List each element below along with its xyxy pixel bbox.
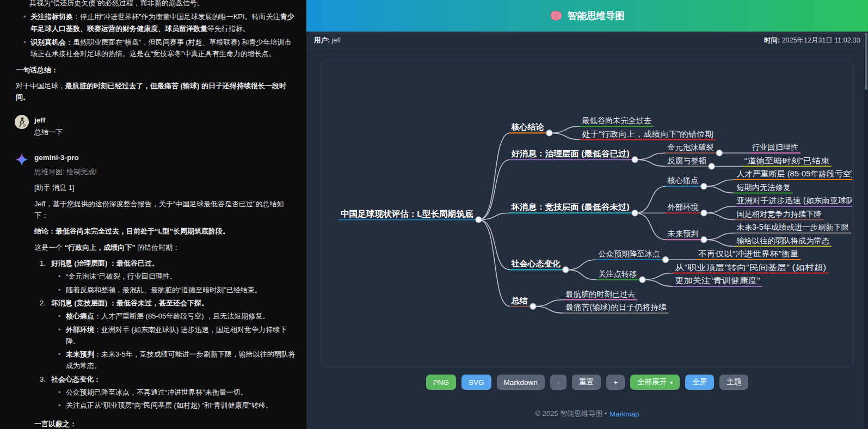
mindmap-collapse-circle[interactable] xyxy=(663,257,669,263)
mindmap-collapse-circle[interactable] xyxy=(632,157,638,163)
mindmap-node[interactable]: 反腐与整顿 xyxy=(668,156,707,165)
mindmap-node[interactable]: 最肮脏的时刻已过去 xyxy=(565,290,635,298)
reset-button[interactable]: 重置 xyxy=(572,375,601,390)
list-title: 坏消息 (竞技层面) ：最低谷未过，甚至还会下探。 xyxy=(51,299,208,307)
button-label: - xyxy=(557,378,560,387)
mindmap-link xyxy=(478,160,510,219)
mindmap-collapse-circle[interactable] xyxy=(701,183,707,189)
outro-heading: 一言以蔽之： xyxy=(34,418,298,429)
mindmap-node[interactable]: 不再仅以“冲进世界杯”衡量 xyxy=(698,249,799,258)
mindmap-link xyxy=(704,206,735,213)
mindmap-node[interactable]: 更加关注“青训健康度” xyxy=(675,276,760,285)
scrollbar-thumb[interactable] xyxy=(865,33,867,90)
mindmap-node[interactable]: 坏消息：竞技层面 (最低谷未过) xyxy=(510,203,629,211)
app-header: 智能思维导图 xyxy=(306,0,868,32)
list-item: 1. 好消息 (治理层面) ：最低谷已过。 “金元泡沫”已破裂，行业回归理性。 … xyxy=(40,258,298,296)
mindmap-link xyxy=(704,233,735,240)
chat-scroll-area[interactable]: 其视为“偿还历史欠债”的必然过程，而非新的崩盘信号。 关注指标切换：停止用“冲进… xyxy=(0,0,306,429)
theme-button[interactable]: 主题 xyxy=(719,375,748,390)
mindmap-svg[interactable]: 中国足球现状评估：L型长周期筑底核心结论最低谷尚未完全过去处于“行政向上，成绩向… xyxy=(321,59,852,367)
mindmap-node[interactable]: 行业回归理性 xyxy=(752,143,798,151)
assistant-name: gemini-3-pro xyxy=(34,152,298,164)
mindmap-node[interactable]: 短期内无法修复 xyxy=(736,183,790,192)
mindmap-collapse-circle[interactable] xyxy=(716,150,722,156)
mindmap-collapse-circle[interactable] xyxy=(546,130,552,136)
user-avatar[interactable] xyxy=(15,115,29,129)
mindmap-link xyxy=(704,186,735,193)
text-segment: 的错位时期： xyxy=(136,243,180,252)
mindmap-node[interactable]: 核心痛点 xyxy=(667,176,699,185)
mindmap-collapse-circle[interactable] xyxy=(632,210,638,216)
text-segment: 识别真机会 xyxy=(30,38,66,46)
mindmap-canvas[interactable]: 中国足球现状评估：L型长周期筑底核心结论最低谷尚未完全过去处于“行政向上，成绩向… xyxy=(321,59,854,367)
mindmap-link xyxy=(533,307,564,313)
mindmap-node[interactable]: 未来预判 xyxy=(668,229,699,238)
mindmap-collapse-circle[interactable] xyxy=(530,303,536,309)
mindmap-node[interactable]: 从“职业顶层”转向“民间基层” (如村超) xyxy=(675,263,826,272)
mindmap-node[interactable]: 核心结论 xyxy=(510,122,544,131)
text-segment: ：虽然职业层面在“横盘”，但民间赛事 (村超、草根联赛) 和青少年培训市场正在承… xyxy=(30,38,292,58)
sub-bullet-list: 核心痛点：人才严重断层 (85-05年龄段亏空) ，且无法短期修复。 外部环境：… xyxy=(58,310,298,372)
text-segment: 等先行指标。 xyxy=(207,24,250,33)
mindmap-node[interactable]: 好消息：治理层面 (最低谷已过) xyxy=(510,149,629,158)
zoom-in-button[interactable]: + xyxy=(606,375,625,390)
export-markdown-button[interactable]: Markdown xyxy=(497,375,545,390)
copyright-text: © 2025 智能思维导图 • xyxy=(535,409,607,419)
mindmap-link xyxy=(549,133,581,139)
mindmap-link xyxy=(565,269,597,279)
mindmap-panel: 智能思维导图 用户: jeff 时间: 2025年12月31日 11:02:33… xyxy=(306,0,868,429)
mindmap-node[interactable]: 外部环境 xyxy=(668,203,699,211)
user-value: jeff xyxy=(332,36,341,44)
mindmap-node[interactable]: 输给以往的弱队将成为常态 xyxy=(736,236,829,245)
bullet-list: 关注指标切换：停止用“冲进世界杯”作为衡量中国足球发展的唯一KPI。转而关注青少… xyxy=(16,11,298,59)
text-segment: ：亚洲对手 (如东南亚球队) 进步迅速，国足相对竞争力持续下降。 xyxy=(66,326,287,345)
mindmap-collapse-circle[interactable] xyxy=(701,237,707,243)
gemini-star-icon xyxy=(15,152,29,167)
mindmap-link xyxy=(704,180,735,186)
brain-icon xyxy=(550,10,563,22)
zoom-out-button[interactable]: - xyxy=(550,375,567,390)
mindmap-collapse-circle[interactable] xyxy=(701,210,707,216)
list-item: 公众预期已降至冰点，不再通过“冲进世界杯”来衡量一切。 xyxy=(58,387,298,398)
mindmap-node[interactable]: 关注点转移 xyxy=(598,269,637,278)
mindmap-node[interactable]: 最低谷尚未完全过去 xyxy=(581,116,651,125)
mindmap-node[interactable]: 金元泡沫破裂 xyxy=(668,143,714,151)
mindmap-node[interactable]: 公众预期降至冰点 xyxy=(598,249,660,258)
chevron-down-icon: ▾ xyxy=(670,379,673,385)
map-main-area: 中国足球现状评估：L型长周期筑底核心结论最低谷尚未完全过去处于“行政向上，成绩向… xyxy=(306,50,868,398)
export-svg-button[interactable]: SVG xyxy=(461,375,491,390)
text-segment: ：未来3-5年，竞技成绩可能进一步刷新下限，输给以往的弱队将成为常态。 xyxy=(66,350,296,370)
button-label: Markdown xyxy=(504,378,538,387)
mindmap-collapse-circle[interactable] xyxy=(563,267,569,273)
expand-all-button[interactable]: 全部展开▾ xyxy=(630,375,680,390)
mindmap-node[interactable]: 总结 xyxy=(510,296,528,305)
mindmap-node[interactable]: 中国足球现状评估：L型长周期筑底 xyxy=(341,209,473,219)
text-segment: 关注点正从“职业顶层”向“民间基层 (如村超) ”和“青训健康度”转移。 xyxy=(66,401,273,409)
runner-icon xyxy=(16,116,28,128)
text-segment: 随着反腐和整顿，最混乱、最肮脏的“道德至暗时刻”已经结束。 xyxy=(66,286,262,294)
mindmap-node[interactable]: 处于“行政向上，成绩向下”的错位期 xyxy=(581,130,713,138)
app-root: 其视为“偿还历史欠债”的必然过程，而非新的崩盘信号。 关注指标切换：停止用“冲进… xyxy=(0,0,868,429)
assistant-avatar[interactable] xyxy=(15,152,29,167)
button-label: SVG xyxy=(469,378,484,387)
mindmap-node[interactable]: 人才严重断层 (85-05年龄段亏空) xyxy=(736,169,852,178)
mindmap-collapse-circle[interactable] xyxy=(476,217,482,223)
mindmap-node[interactable]: “道德至暗时刻”已结束 xyxy=(744,156,829,165)
list-item: 关注指标切换：停止用“冲进世界杯”作为衡量中国足球发展的唯一KPI。转而关注青少… xyxy=(23,11,298,34)
scrollbar[interactable] xyxy=(864,32,868,429)
fullscreen-button[interactable]: 全屏 xyxy=(685,375,714,390)
mindmap-node[interactable]: 最痛苦(输球)的日子仍将持续 xyxy=(565,303,666,311)
mindmap-collapse-circle[interactable] xyxy=(709,163,715,169)
markmap-link[interactable]: Markmap xyxy=(610,410,639,418)
text-segment: 公众预期已降至冰点，不再通过“冲进世界杯”来衡量一切。 xyxy=(66,388,248,396)
mindmap-node[interactable]: 国足相对竞争力持续下降 xyxy=(736,210,821,218)
mindmap-node[interactable]: 亚洲对手进步迅速 (如东南亚球队) xyxy=(736,196,852,205)
text-segment: 关注指标切换 xyxy=(30,13,73,21)
mindmap-node[interactable]: 社会心态变化 xyxy=(510,259,561,268)
mindmap-node[interactable]: 未来3-5年成绩或进一步刷新下限 xyxy=(736,223,849,231)
export-png-button[interactable]: PNG xyxy=(426,375,456,390)
list-item: 随着反腐和整顿，最混乱、最肮脏的“道德至暗时刻”已经结束。 xyxy=(58,284,298,296)
assistant-conclusion: 结论：最低谷尚未完全过去，目前处于“L型”长周期筑底阶段。 xyxy=(34,225,298,237)
summary-heading: 一句话总结： xyxy=(16,64,298,76)
mindmap-collapse-circle[interactable] xyxy=(639,277,645,283)
